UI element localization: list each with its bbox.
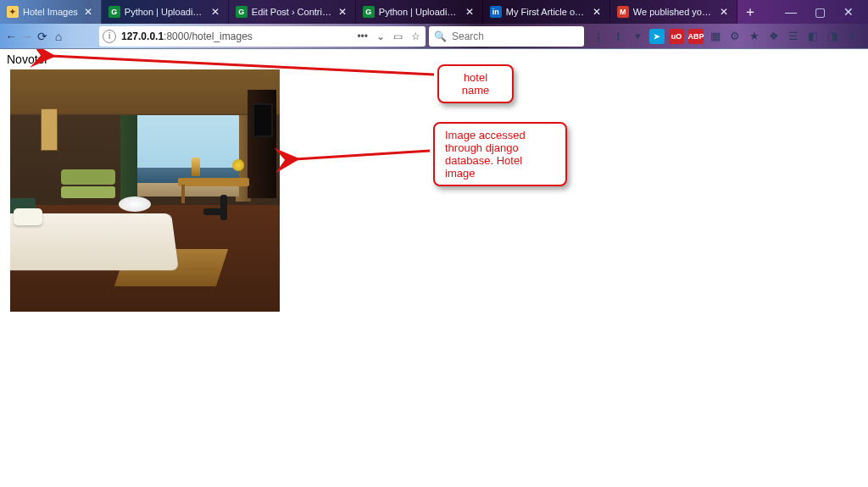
tab-hotel-images[interactable]: ✦ Hotel Images ✕ xyxy=(0,0,102,24)
extension-idm-icon[interactable]: ➤ xyxy=(649,29,665,44)
tab-label: Python | Uploading im… xyxy=(379,7,459,17)
tab-close-icon[interactable]: ✕ xyxy=(337,7,348,17)
sidebar-left-icon[interactable]: ◧ xyxy=(805,29,821,44)
tab-strip: ✦ Hotel Images ✕ G Python | Uploading im… xyxy=(0,0,771,24)
tab-label: We published your art… xyxy=(633,7,714,17)
favicon-icon: M xyxy=(617,6,629,18)
favicon-icon: in xyxy=(490,6,502,18)
tab-label: Hotel Images xyxy=(23,7,78,17)
window-close-icon[interactable]: ✕ xyxy=(837,5,860,19)
search-box[interactable]: 🔍 xyxy=(429,26,584,47)
tab-gmail[interactable]: M We published your art… ✕ xyxy=(610,0,737,24)
tab-close-icon[interactable]: ✕ xyxy=(82,7,94,17)
tab-label: My First Article on Gee… xyxy=(506,7,587,17)
favicon-icon: G xyxy=(236,6,248,18)
qr-icon[interactable]: ▦ xyxy=(708,29,723,44)
devtools-icon[interactable]: ❖ xyxy=(766,29,782,44)
tab-python-upload-1[interactable]: G Python | Uploading im… ✕ xyxy=(102,0,229,24)
annotation-hotel-name: hotel name xyxy=(437,64,514,103)
sidebar-right-icon[interactable]: ◨ xyxy=(825,29,840,44)
tab-linkedin[interactable]: in My First Article on Gee… ✕ xyxy=(483,0,610,24)
downloads-icon[interactable]: ⭳ xyxy=(591,29,606,44)
settings-gear-icon[interactable]: ⚙ xyxy=(727,29,743,44)
nav-back-icon[interactable]: ← xyxy=(5,26,18,47)
page-viewport: Novotel hotel name Image accessed throug… xyxy=(0,49,868,487)
toolbar-extensions: ⭳ ⫿ ▾ ➤ uO ABP ▦ ⚙ ★ ❖ ☰ ◧ ◨ ≡ xyxy=(587,29,863,44)
tab-label: Edit Post › Contribute… xyxy=(252,7,332,17)
page-actions-icon[interactable]: ••• xyxy=(355,30,370,42)
reader-icon[interactable]: ▭ xyxy=(392,30,404,42)
tab-python-upload-2[interactable]: G Python | Uploading im… ✕ xyxy=(356,0,483,24)
pocket-list-icon[interactable]: ▾ xyxy=(630,29,645,44)
tab-close-icon[interactable]: ✕ xyxy=(209,7,221,17)
titlebar: ✦ Hotel Images ✕ G Python | Uploading im… xyxy=(0,0,868,24)
favicon-icon: G xyxy=(363,6,375,18)
tab-close-icon[interactable]: ✕ xyxy=(718,7,730,17)
hamburger-menu-icon[interactable]: ≡ xyxy=(844,29,860,44)
annotation-hotel-image: Image accessed through django database. … xyxy=(433,122,567,186)
window-minimize-icon[interactable]: — xyxy=(780,5,802,19)
hotel-name-text: Novotel xyxy=(7,53,47,66)
window-controls: — ▢ ✕ xyxy=(771,0,868,24)
url-text: 127.0.0.1:8000/hotel_images xyxy=(121,30,253,42)
search-input[interactable] xyxy=(452,30,579,42)
save-page-icon[interactable]: ☰ xyxy=(786,29,801,44)
svg-line-1 xyxy=(295,151,430,159)
library-icon[interactable]: ⫿ xyxy=(610,29,626,44)
extension-ublock-icon[interactable]: uO xyxy=(669,29,684,44)
fx-icon[interactable]: ★ xyxy=(747,29,762,44)
site-info-icon[interactable]: i xyxy=(103,30,116,43)
favicon-icon: ✦ xyxy=(7,6,19,18)
nav-forward-icon[interactable]: → xyxy=(21,26,34,47)
address-bar[interactable]: i 127.0.0.1:8000/hotel_images ••• ⌄ ▭ ☆ xyxy=(99,26,426,47)
nav-reload-icon[interactable]: ⟳ xyxy=(36,26,49,47)
new-tab-button[interactable]: ＋ xyxy=(737,0,763,24)
tab-close-icon[interactable]: ✕ xyxy=(464,7,476,17)
search-icon: 🔍 xyxy=(434,30,447,42)
navbar: ← → ⟳ ⌂ i 127.0.0.1:8000/hotel_images ••… xyxy=(0,24,868,49)
tab-close-icon[interactable]: ✕ xyxy=(591,7,603,17)
favicon-icon: G xyxy=(108,6,120,18)
tab-edit-post[interactable]: G Edit Post › Contribute… ✕ xyxy=(229,0,356,24)
nav-home-icon[interactable]: ⌂ xyxy=(53,26,65,47)
tab-label: Python | Uploading im… xyxy=(125,7,205,17)
window-maximize-icon[interactable]: ▢ xyxy=(809,5,831,19)
bookmark-star-icon[interactable]: ☆ xyxy=(409,30,422,42)
pocket-icon[interactable]: ⌄ xyxy=(375,30,387,42)
hotel-image xyxy=(10,69,280,312)
extension-abp-icon[interactable]: ABP xyxy=(688,29,704,44)
